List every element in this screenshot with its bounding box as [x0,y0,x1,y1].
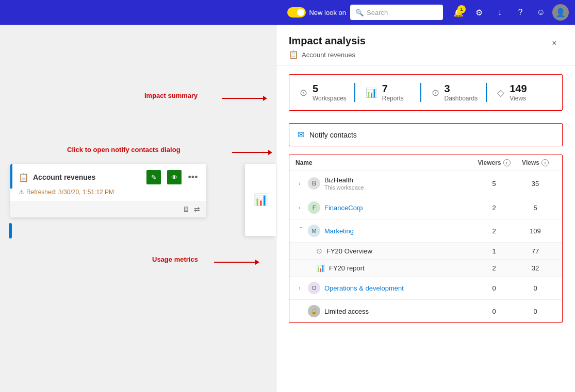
card-footer-icon-1[interactable]: 🖥 [183,205,190,213]
more-icon: ••• [188,172,198,183]
new-look-switch[interactable] [287,7,306,18]
reports-number: 7 [382,83,404,95]
annotation-usage-metrics: Usage metrics [152,255,198,263]
partial-card-icon: 📊 [254,193,268,207]
marketing-views: 109 [515,227,556,235]
help-button[interactable]: ? [511,3,530,22]
views-col-label: Views [522,159,539,166]
views-label: Views [510,95,527,102]
workspace-icon-marketing: M [308,225,320,237]
col-header-name: Name [295,159,473,166]
marketing-viewers: 2 [473,227,515,235]
notification-button[interactable]: 🔔 1 [449,3,468,22]
annotation-arrow-3 [255,260,259,265]
expand-btn-bizhealth[interactable]: › [295,179,304,188]
workspaces-number: 5 [313,83,347,95]
impact-summary-box: ⊙ 5 Workspaces 📊 7 Reports ⊙ 3 Dashboard… [289,74,563,111]
card-footer-icon-2[interactable]: ⇄ [194,205,200,213]
bizhealth-sub-label: This workspace [324,184,364,191]
row-name-col-operations: › O Operations & development [295,282,473,294]
new-look-toggle[interactable]: New look on [287,7,346,18]
envelope-icon: ✉ [298,130,304,140]
financecorp-viewers: 2 [473,204,515,212]
annotation-line-3 [214,262,255,263]
card-more-button[interactable]: ••• [186,170,200,184]
row-name-col-limited: › 🔒 Limited access [295,305,473,317]
notification-badge: 1 [457,5,466,13]
account-revenues-card: 📋 Account revenues ✎ 👁 ••• ⚠ Refreshed: … [10,164,206,217]
bizhealth-name-group: BizHealth This workspace [324,176,364,191]
operations-name-group: Operations & development [324,284,404,292]
feedback-button[interactable]: ☺ [532,3,550,22]
settings-icon: ⚙ [475,8,483,18]
overview-icon: ⊙ [316,247,322,255]
search-placeholder: Search [367,9,388,16]
topbar-icons: 🔔 1 ⚙ ↓ ? ☺ 👤 [449,3,569,22]
impact-analysis-panel: Impact analysis 📋 Account revenues × ⊙ 5… [276,25,575,392]
user-avatar[interactable]: 👤 [552,4,569,21]
table-row-limited: › 🔒 Limited access 0 0 [289,300,562,322]
close-icon: × [552,39,556,48]
workspace-icon-bizhealth: B [308,177,320,190]
panel-subtitle-text: Account revenues [302,51,355,59]
views-stat-icon: ◇ [497,87,504,98]
annotation-line-1 [222,98,263,99]
expand-btn-marketing[interactable]: › [295,227,304,235]
limited-name-group: Limited access [324,308,369,315]
dashboards-stat-icon: ⊙ [432,87,439,98]
workspaces-table: Name Viewers i Views i › B BizHealth T [289,155,563,323]
card-header: 📋 Account revenues ✎ 👁 ••• [10,164,206,189]
card-view-button[interactable]: 👁 [167,170,182,184]
fy20-overview-name: ⊙ FY20 Overview [316,247,473,255]
new-look-label: New look on [309,9,346,16]
expand-btn-operations[interactable]: › [295,284,304,292]
marketing-name-link[interactable]: Marketing [324,227,354,235]
fy20-overview-viewers: 1 [473,247,515,255]
expand-btn-financecorp[interactable]: › [295,203,304,212]
table-header: Name Viewers i Views i [289,155,562,171]
card-refresh-info: ⚠ Refreshed: 3/30/20, 1:51:12 PM [10,189,206,201]
col-header-viewers: Viewers i [473,159,515,166]
viewers-info-icon[interactable]: i [503,159,511,166]
edit-icon: ✎ [151,174,157,181]
search-box[interactable]: 🔍 Search [350,5,443,20]
views-info-icon[interactable]: i [541,159,549,166]
card-edit-button[interactable]: ✎ [146,170,161,184]
reports-label: Reports [382,95,404,102]
table-row-operations: › O Operations & development 0 0 [289,277,562,300]
financecorp-name-link[interactable]: FinanceCorp [324,204,363,212]
annotation-impact-summary: Impact summary [144,92,198,99]
fy20-report-viewers: 2 [473,264,515,272]
stat-workspaces-content: 5 Workspaces [313,83,347,102]
bizhealth-views: 35 [515,180,556,188]
operations-name-link[interactable]: Operations & development [324,284,404,292]
fy20-overview-label: FY20 Overview [326,247,372,255]
main-content: Impact summary Click to open notify cont… [0,25,575,392]
operations-views: 0 [515,284,556,292]
workspace-icon-limited: 🔒 [308,305,320,317]
views-number: 149 [510,83,527,95]
fy20-report-views: 32 [515,264,556,272]
view-icon: 👁 [171,174,178,181]
notify-contacts-box[interactable]: ✉ Notify contacts [289,123,563,146]
download-button[interactable]: ↓ [490,3,509,22]
dataset-icon: 📋 [289,50,299,59]
topbar: New look on 🔍 Search 🔔 1 ⚙ ↓ ? ☺ 👤 [0,0,575,25]
row-name-col-bizhealth: › B BizHealth This workspace [295,176,473,191]
avatar-icon: 👤 [555,8,566,18]
viewers-label: Viewers [478,159,501,166]
refresh-text: Refreshed: 3/30/20, 1:51:12 PM [26,189,114,196]
search-icon: 🔍 [355,9,364,16]
partial-card: 📊 [245,164,276,236]
card-footer: 🖥 ⇄ [10,201,206,217]
sub-row-fy20-report: 📊 FY20 report 2 32 [289,260,562,277]
close-button[interactable]: × [546,35,563,52]
panel-header: Impact analysis 📋 Account revenues × [276,25,575,66]
workspace-icon-financecorp: F [308,201,320,214]
report-icon: 📊 [316,264,325,272]
card-dataset-icon: 📋 [19,173,29,182]
bizhealth-name: BizHealth [324,176,364,184]
settings-button[interactable]: ⚙ [470,3,488,22]
table-row-marketing: › M Marketing 2 109 [289,219,562,243]
row-name-col-marketing: › M Marketing [295,225,473,237]
